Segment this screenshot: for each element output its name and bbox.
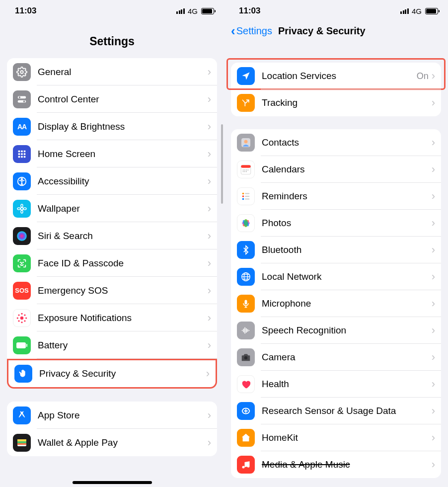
- home-indicator[interactable]: [73, 481, 152, 484]
- row-media-apple-music[interactable]: Media & Apple Music ›: [231, 451, 441, 478]
- row-reminders[interactable]: Reminders ›: [231, 183, 441, 210]
- svg-rect-5: [18, 150, 20, 152]
- svg-point-16: [21, 207, 23, 210]
- chevron-right-icon: ›: [208, 436, 211, 449]
- svg-point-0: [20, 71, 23, 74]
- text-size-icon: AA: [13, 118, 31, 136]
- chevron-right-icon: ›: [432, 431, 435, 444]
- svg-point-20: [23, 208, 26, 210]
- contacts-icon: [237, 134, 255, 152]
- svg-point-21: [17, 231, 27, 241]
- row-label: Bluetooth: [262, 244, 432, 255]
- row-label: Media & Apple Music: [262, 459, 432, 470]
- row-microphone[interactable]: Microphone ›: [231, 290, 441, 317]
- svg-point-47: [243, 171, 244, 172]
- siri-icon: [13, 227, 31, 245]
- heart-icon: [237, 375, 255, 393]
- row-tracking[interactable]: Tracking ›: [231, 89, 441, 116]
- svg-rect-34: [26, 344, 27, 347]
- svg-rect-12: [21, 156, 23, 158]
- scrollbar[interactable]: [221, 124, 223, 204]
- wallet-icon: [13, 434, 31, 452]
- row-label: Health: [262, 379, 432, 390]
- row-label: HomeKit: [262, 432, 432, 443]
- row-general[interactable]: General ›: [7, 58, 217, 85]
- row-label: Local Network: [262, 271, 432, 282]
- chevron-right-icon: ›: [432, 324, 435, 337]
- back-label: Settings: [236, 25, 272, 37]
- svg-point-29: [18, 314, 19, 316]
- chevron-right-icon: ›: [432, 378, 435, 391]
- research-icon: [237, 402, 255, 420]
- row-wallpaper[interactable]: Wallpaper ›: [7, 195, 217, 222]
- waveform-icon: [237, 322, 255, 339]
- chevron-right-icon: ›: [208, 230, 211, 243]
- page-title: Settings: [89, 35, 135, 48]
- microphone-icon: [237, 295, 255, 313]
- row-privacy-security[interactable]: Privacy & Security ›: [7, 359, 217, 389]
- chevron-right-icon: ›: [208, 66, 211, 79]
- status-time: 11:03: [15, 6, 36, 16]
- row-calendars[interactable]: Calendars ›: [231, 156, 441, 183]
- nav-header: Settings: [0, 20, 224, 58]
- globe-icon: [237, 268, 255, 286]
- network-label: 4G: [412, 7, 422, 15]
- row-local-network[interactable]: Local Network ›: [231, 263, 441, 290]
- row-health[interactable]: Health ›: [231, 371, 441, 398]
- chevron-right-icon: ›: [432, 136, 435, 149]
- camera-icon: [237, 348, 255, 366]
- row-location-services[interactable]: Location Services On ›: [231, 63, 441, 89]
- chevron-right-icon: ›: [432, 217, 435, 230]
- settings-list[interactable]: General › Control Center › AA Display & …: [0, 58, 224, 487]
- chevron-right-icon: ›: [432, 351, 435, 364]
- exposure-icon: [13, 309, 31, 327]
- row-wallet[interactable]: Wallet & Apple Pay ›: [7, 429, 217, 456]
- battery-icon: [13, 336, 31, 354]
- row-app-store[interactable]: App Store ›: [7, 402, 217, 429]
- row-homekit[interactable]: HomeKit ›: [231, 424, 441, 451]
- row-label: Exposure Notifications: [38, 313, 208, 324]
- back-button[interactable]: ‹ Settings: [231, 24, 272, 37]
- svg-point-18: [21, 210, 23, 213]
- row-research-sensor[interactable]: Research Sensor & Usage Data ›: [231, 398, 441, 424]
- svg-point-43: [243, 169, 244, 170]
- grid-icon: [13, 145, 31, 163]
- row-label: General: [38, 67, 208, 78]
- svg-point-24: [20, 316, 24, 320]
- row-battery[interactable]: Battery ›: [7, 331, 217, 359]
- chevron-right-icon: ›: [206, 367, 210, 380]
- privacy-list[interactable]: Location Services On › Tracking › Contac…: [224, 43, 448, 487]
- row-photos[interactable]: Photos ›: [231, 210, 441, 237]
- row-speech-recognition[interactable]: Speech Recognition ›: [231, 317, 441, 344]
- row-exposure-notifications[interactable]: Exposure Notifications ›: [7, 304, 217, 331]
- status-time: 11:03: [239, 6, 260, 16]
- row-display-brightness[interactable]: AA Display & Brightness ›: [7, 113, 217, 140]
- chevron-right-icon: ›: [432, 405, 435, 417]
- svg-rect-11: [18, 156, 20, 158]
- row-camera[interactable]: Camera ›: [231, 344, 441, 371]
- svg-point-60: [244, 219, 248, 227]
- svg-rect-9: [21, 153, 23, 155]
- svg-point-26: [21, 322, 22, 323]
- row-value: On: [417, 71, 429, 81]
- chevron-right-icon: ›: [208, 93, 211, 106]
- signal-icon: [400, 8, 409, 14]
- row-control-center[interactable]: Control Center ›: [7, 85, 217, 113]
- row-faceid-passcode[interactable]: Face ID & Passcode ›: [7, 249, 217, 277]
- status-right: 4G: [176, 7, 214, 15]
- row-bluetooth[interactable]: Bluetooth ›: [231, 237, 441, 263]
- row-contacts[interactable]: Contacts ›: [231, 129, 441, 156]
- svg-rect-37: [17, 441, 26, 443]
- chevron-right-icon: ›: [432, 163, 435, 176]
- svg-point-27: [17, 317, 18, 319]
- row-label: Control Center: [38, 94, 208, 105]
- row-siri-search[interactable]: Siri & Search ›: [7, 222, 217, 249]
- row-label: Home Screen: [38, 149, 208, 160]
- row-home-screen[interactable]: Home Screen ›: [7, 140, 217, 167]
- row-emergency-sos[interactable]: SOS Emergency SOS ›: [7, 277, 217, 304]
- svg-point-30: [24, 314, 25, 316]
- hand-icon: [14, 365, 32, 383]
- row-accessibility[interactable]: Accessibility ›: [7, 167, 217, 195]
- svg-rect-54: [245, 196, 249, 197]
- svg-point-25: [21, 313, 22, 314]
